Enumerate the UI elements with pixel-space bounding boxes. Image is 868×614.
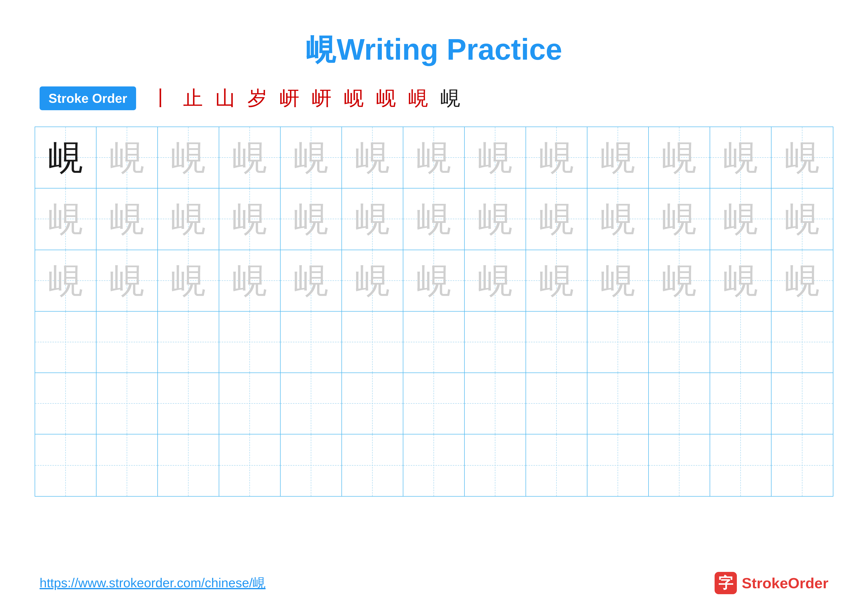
cell-3-3: 峴 (158, 250, 219, 311)
cell-5-11[interactable] (649, 373, 710, 434)
cell-4-6[interactable] (342, 312, 403, 373)
cell-6-11[interactable] (649, 434, 710, 496)
practice-grid: 峴 峴 峴 峴 峴 峴 峴 峴 峴 峴 峴 峴 峴 峴 峴 峴 峴 峴 峴 峴 … (35, 127, 833, 497)
cell-2-12: 峴 (710, 188, 772, 249)
stroke-2: 止 (183, 85, 203, 112)
cell-3-2: 峴 (96, 250, 158, 311)
grid-row-6 (35, 434, 833, 496)
cell-1-5: 峴 (281, 127, 342, 188)
cell-3-7: 峴 (403, 250, 465, 311)
cell-6-5[interactable] (281, 434, 342, 496)
cell-1-2: 峴 (96, 127, 158, 188)
cell-5-9[interactable] (526, 373, 587, 434)
cell-1-3: 峴 (158, 127, 219, 188)
cell-4-13[interactable] (772, 312, 833, 373)
cell-4-5[interactable] (281, 312, 342, 373)
stroke-5: 岍 (280, 85, 299, 112)
cell-5-12[interactable] (710, 373, 772, 434)
cell-6-10[interactable] (587, 434, 649, 496)
cell-6-6[interactable] (342, 434, 403, 496)
cell-6-12[interactable] (710, 434, 772, 496)
cell-1-6: 峴 (342, 127, 403, 188)
page-title: 峴 Writing Practice (0, 0, 868, 70)
cell-2-8: 峴 (465, 188, 526, 249)
cell-4-9[interactable] (526, 312, 587, 373)
cell-3-6: 峴 (342, 250, 403, 311)
cell-2-6: 峴 (342, 188, 403, 249)
grid-row-5 (35, 373, 833, 434)
cell-1-11: 峴 (649, 127, 710, 188)
cell-5-13[interactable] (772, 373, 833, 434)
cell-4-7[interactable] (403, 312, 465, 373)
cell-6-9[interactable] (526, 434, 587, 496)
cell-5-5[interactable] (281, 373, 342, 434)
cell-1-1: 峴 (35, 127, 96, 188)
cell-5-10[interactable] (587, 373, 649, 434)
cell-2-1: 峴 (35, 188, 96, 249)
cell-5-4[interactable] (219, 373, 281, 434)
cell-6-13[interactable] (772, 434, 833, 496)
cell-6-2[interactable] (96, 434, 158, 496)
grid-row-3: 峴 峴 峴 峴 峴 峴 峴 峴 峴 峴 峴 峴 峴 (35, 250, 833, 312)
footer-url[interactable]: https://www.strokeorder.com/chinese/峴 (40, 574, 265, 592)
stroke-10: 峴 (440, 85, 460, 112)
cell-5-2[interactable] (96, 373, 158, 434)
cell-4-2[interactable] (96, 312, 158, 373)
cell-2-2: 峴 (96, 188, 158, 249)
stroke-6: 岍 (312, 85, 332, 112)
cell-2-9: 峴 (526, 188, 587, 249)
cell-5-6[interactable] (342, 373, 403, 434)
stroke-order-badge: Stroke Order (40, 86, 136, 110)
cell-2-10: 峴 (587, 188, 649, 249)
cell-6-1[interactable] (35, 434, 96, 496)
cell-6-7[interactable] (403, 434, 465, 496)
cell-3-11: 峴 (649, 250, 710, 311)
footer: https://www.strokeorder.com/chinese/峴 字 … (0, 572, 868, 594)
cell-6-8[interactable] (465, 434, 526, 496)
cell-1-13: 峴 (772, 127, 833, 188)
cell-4-3[interactable] (158, 312, 219, 373)
cell-5-7[interactable] (403, 373, 465, 434)
cell-4-12[interactable] (710, 312, 772, 373)
cell-5-8[interactable] (465, 373, 526, 434)
stroke-order-row: Stroke Order 丨 止 山 岁 岍 岍 岘 岘 峴 峴 (0, 85, 868, 112)
cell-3-1: 峴 (35, 250, 96, 311)
cell-4-11[interactable] (649, 312, 710, 373)
cell-5-1[interactable] (35, 373, 96, 434)
grid-row-2: 峴 峴 峴 峴 峴 峴 峴 峴 峴 峴 峴 峴 峴 (35, 188, 833, 250)
grid-row-4 (35, 312, 833, 373)
cell-6-4[interactable] (219, 434, 281, 496)
cell-1-12: 峴 (710, 127, 772, 188)
stroke-3: 山 (215, 85, 235, 112)
cell-1-8: 峴 (465, 127, 526, 188)
cell-1-4: 峴 (219, 127, 281, 188)
cell-3-4: 峴 (219, 250, 281, 311)
cell-2-3: 峴 (158, 188, 219, 249)
cell-4-8[interactable] (465, 312, 526, 373)
cell-3-10: 峴 (587, 250, 649, 311)
cell-4-10[interactable] (587, 312, 649, 373)
cell-2-7: 峴 (403, 188, 465, 249)
cell-3-12: 峴 (710, 250, 772, 311)
stroke-order-chars: 丨 止 山 岁 岍 岍 岘 岘 峴 峴 (151, 85, 460, 112)
logo-icon: 字 (715, 572, 737, 594)
stroke-8: 岘 (376, 85, 396, 112)
cell-3-13: 峴 (772, 250, 833, 311)
cell-1-10: 峴 (587, 127, 649, 188)
cell-2-5: 峴 (281, 188, 342, 249)
cell-5-3[interactable] (158, 373, 219, 434)
stroke-7: 岘 (344, 85, 364, 112)
cell-2-4: 峴 (219, 188, 281, 249)
cell-4-1[interactable] (35, 312, 96, 373)
cell-2-13: 峴 (772, 188, 833, 249)
footer-logo: 字 StrokeOrder (715, 572, 828, 594)
cell-4-4[interactable] (219, 312, 281, 373)
cell-2-11: 峴 (649, 188, 710, 249)
stroke-9: 峴 (408, 85, 428, 112)
cell-3-9: 峴 (526, 250, 587, 311)
cell-3-5: 峴 (281, 250, 342, 311)
cell-6-3[interactable] (158, 434, 219, 496)
stroke-1: 丨 (151, 85, 171, 112)
title-char: 峴 (306, 33, 336, 66)
grid-row-1: 峴 峴 峴 峴 峴 峴 峴 峴 峴 峴 峴 峴 峴 (35, 127, 833, 188)
